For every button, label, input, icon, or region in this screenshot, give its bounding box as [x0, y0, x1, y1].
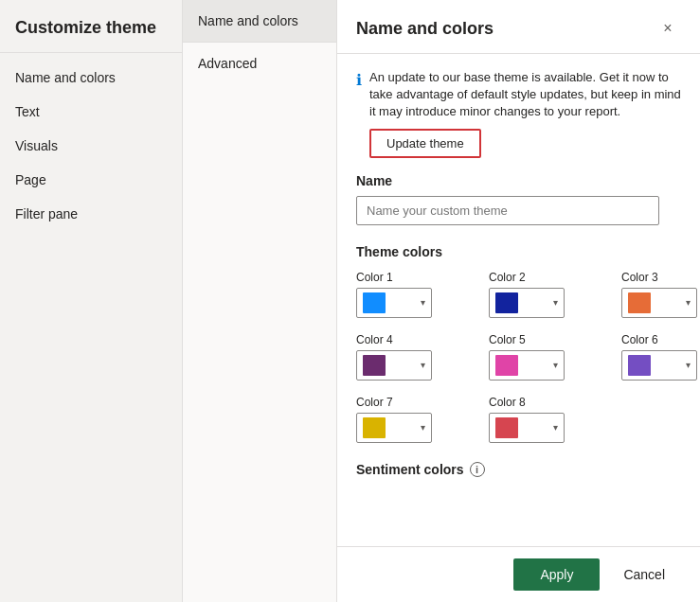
main-header-title: Name and colors	[356, 19, 494, 39]
update-theme-button[interactable]: Update theme	[369, 129, 481, 158]
color-label-color6: Color 6	[621, 333, 700, 346]
color-swatch-color6	[628, 355, 651, 376]
apply-button[interactable]: Apply	[513, 558, 600, 591]
color-picker-color1[interactable]: ▾	[356, 288, 432, 318]
color-picker-color4[interactable]: ▾	[356, 350, 432, 381]
sidebar-item-name-and-colors[interactable]: Name and colors	[0, 61, 182, 95]
sidebar-item-filter-pane[interactable]: Filter pane	[0, 197, 182, 231]
color-swatch-color8	[495, 417, 518, 438]
chevron-down-icon-color7: ▾	[421, 422, 425, 433]
sentiment-info-icon[interactable]: i	[470, 462, 485, 477]
sidebar-left-header: Customize theme	[0, 0, 182, 53]
chevron-down-icon-color2: ▾	[553, 297, 558, 308]
main-content: Name and colors × ℹ An update to our bas…	[337, 0, 700, 602]
middle-item-advanced[interactable]: Advanced	[183, 43, 336, 84]
color-label-color4: Color 4	[356, 333, 470, 346]
chevron-down-icon-color6: ▾	[686, 360, 691, 370]
color-item-color3: Color 3▾	[621, 271, 700, 318]
close-button[interactable]: ×	[655, 15, 681, 42]
chevron-down-icon-color1: ▾	[421, 297, 425, 308]
chevron-down-icon-color5: ▾	[553, 360, 558, 370]
color-picker-color2[interactable]: ▾	[489, 288, 565, 318]
sidebar-left-nav: Name and colorsTextVisualsPageFilter pan…	[0, 53, 182, 239]
name-section-label: Name	[356, 173, 681, 188]
main-footer: Apply Cancel	[337, 546, 700, 602]
sidebar-item-text[interactable]: Text	[0, 95, 182, 129]
info-icon: ℹ	[356, 71, 362, 158]
chevron-down-icon-color4: ▾	[421, 360, 425, 370]
sidebar-item-page[interactable]: Page	[0, 163, 182, 197]
color-swatch-color4	[363, 355, 386, 376]
sentiment-colors-label: Sentiment colors i	[356, 462, 681, 477]
info-banner-content: An update to our base theme is available…	[369, 69, 681, 158]
chevron-down-icon-color8: ▾	[553, 422, 558, 433]
color-label-color2: Color 2	[489, 271, 602, 284]
colors-grid: Color 1▾Color 2▾Color 3▾Color 4▾Color 5▾…	[356, 271, 681, 443]
color-item-color8: Color 8▾	[489, 396, 602, 443]
color-swatch-color1	[363, 292, 386, 313]
color-picker-color3[interactable]: ▾	[621, 288, 697, 318]
color-swatch-color5	[495, 355, 518, 376]
middle-item-name-and-colors[interactable]: Name and colors	[183, 0, 336, 43]
color-picker-color8[interactable]: ▾	[489, 413, 565, 443]
color-picker-color5[interactable]: ▾	[489, 350, 565, 381]
color-label-color5: Color 5	[489, 333, 602, 346]
color-item-color4: Color 4▾	[356, 333, 470, 381]
sidebar-left: Customize theme Name and colorsTextVisua…	[0, 0, 183, 602]
color-label-color1: Color 1	[356, 271, 470, 284]
main-header: Name and colors ×	[337, 0, 700, 54]
color-item-color6: Color 6▾	[621, 333, 700, 381]
theme-colors-label: Theme colors	[356, 244, 681, 259]
color-label-color3: Color 3	[621, 271, 700, 284]
color-picker-color7[interactable]: ▾	[356, 413, 432, 443]
info-banner-text: An update to our base theme is available…	[369, 70, 681, 118]
color-swatch-color2	[495, 292, 518, 313]
color-label-color8: Color 8	[489, 396, 602, 409]
sidebar-middle: Name and colorsAdvanced	[183, 0, 337, 602]
theme-name-input[interactable]	[356, 196, 659, 225]
sidebar-item-visuals[interactable]: Visuals	[0, 129, 182, 163]
main-body: ℹ An update to our base theme is availab…	[337, 54, 700, 546]
color-label-color7: Color 7	[356, 396, 470, 409]
cancel-button[interactable]: Cancel	[607, 558, 681, 591]
color-swatch-color7	[363, 417, 386, 438]
color-item-color7: Color 7▾	[356, 396, 470, 443]
color-item-color2: Color 2▾	[489, 271, 602, 318]
color-picker-color6[interactable]: ▾	[621, 350, 697, 381]
color-swatch-color3	[628, 292, 651, 313]
info-banner: ℹ An update to our base theme is availab…	[356, 69, 681, 158]
color-item-color5: Color 5▾	[489, 333, 602, 381]
chevron-down-icon-color3: ▾	[686, 297, 691, 308]
color-item-color1: Color 1▾	[356, 271, 470, 318]
